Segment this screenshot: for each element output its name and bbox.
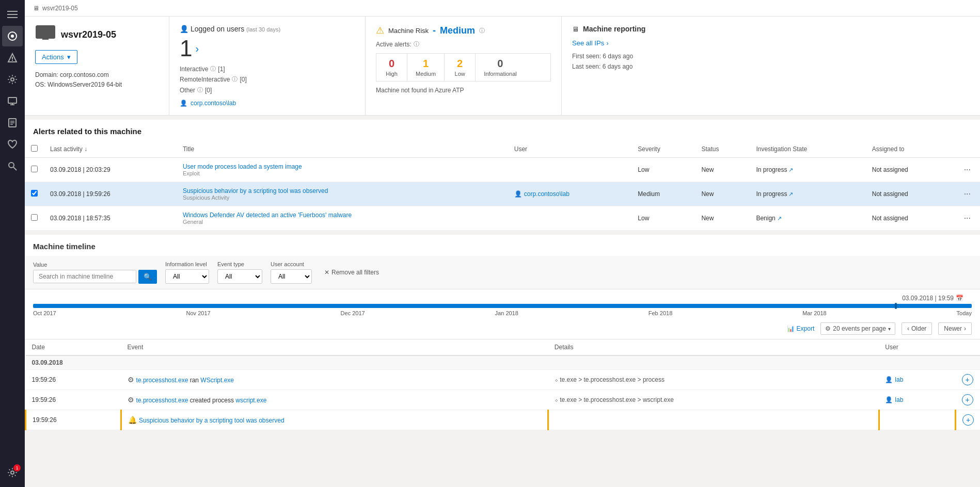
row-checkbox[interactable] — [31, 166, 38, 172]
cell-status: New — [695, 158, 750, 182]
risk-title: Machine Risk — [388, 27, 429, 35]
remove-filters-x-icon: ✕ — [324, 269, 329, 276]
export-label: Export — [797, 325, 815, 332]
list-item[interactable]: 19:59:26 ⚙te.processhost.exe ran WScript… — [26, 370, 981, 390]
sidebar-item-machines[interactable] — [2, 91, 23, 111]
cell-detail: ⬦ te.exe > te.processhost.exe > process — [548, 370, 879, 390]
process-icon: ⚙ — [128, 396, 134, 404]
see-all-ips-link[interactable]: See all IPs › — [572, 39, 970, 47]
machine-risk-card: ⚠ Machine Risk - Medium ⓘ Active alerts:… — [366, 17, 562, 115]
alert-user-link[interactable]: corp.contoso\lab — [524, 190, 570, 198]
cell-time: 19:59:26 — [26, 410, 121, 430]
sidebar-item-alerts[interactable] — [2, 47, 23, 68]
machine-reporting-card: 🖥 Machine reporting See all IPs › First … — [562, 17, 980, 115]
user-count: 1 — [180, 37, 192, 60]
cell-assigned-to: Not assigned — [866, 182, 955, 206]
add-event-button[interactable]: + — [962, 374, 973, 385]
sidebar-item-investigation[interactable] — [2, 156, 23, 176]
timeline-filters: Value 🔍 Information level All High Mediu… — [25, 256, 980, 289]
event-alert-link[interactable]: Suspicious behavior by a scripting tool … — [139, 417, 284, 424]
row-ellipsis-button[interactable]: ··· — [961, 188, 974, 200]
th-actions — [955, 141, 980, 158]
active-alerts-row: Active alerts: ⓘ — [376, 40, 551, 48]
sidebar-item-settings[interactable] — [2, 69, 23, 90]
search-button[interactable]: 🔍 — [138, 270, 157, 284]
reporting-screen-icon: 🖥 — [572, 25, 579, 33]
table-row[interactable]: 03.09.2018 | 20:03:29 User mode process … — [25, 158, 980, 182]
reporting-title: Machine reporting — [583, 25, 645, 33]
event-type-select[interactable]: All Process Network File — [217, 269, 262, 284]
first-seen: First seen: 6 days ago — [572, 51, 970, 61]
marker-jan2018: Jan 2018 — [495, 310, 518, 316]
row-ellipsis-button[interactable]: ··· — [961, 213, 974, 224]
cell-event: 🔔Suspicious behavior by a scripting tool… — [121, 410, 548, 430]
th-severity[interactable]: Severity — [631, 141, 695, 158]
row-checkbox[interactable] — [31, 214, 38, 221]
table-row[interactable]: 03.09.2018 | 19:59:26 Suspicious behavio… — [25, 182, 980, 206]
th-user[interactable]: User — [508, 141, 632, 158]
row-ellipsis-button[interactable]: ··· — [961, 164, 974, 175]
alert-title-link[interactable]: Suspicious behavior by a scripting tool … — [183, 187, 328, 194]
export-button[interactable]: 📊 Export — [787, 325, 815, 332]
svg-point-17 — [11, 471, 14, 474]
alert-title-link[interactable]: User mode process loaded a system image — [183, 163, 302, 170]
alert-counts: 0 High 1 Medium 2 Low 0 Informational — [376, 53, 551, 82]
add-event-button[interactable]: + — [962, 414, 974, 426]
event-process-link[interactable]: te.processhost.exe — [136, 377, 188, 384]
th-last-activity[interactable]: Last activity ↓ — [44, 141, 177, 158]
user-link[interactable]: corp.contoso\lab — [191, 100, 236, 107]
date-group-label: 03.09.2018 — [26, 355, 981, 370]
newer-button[interactable]: Newer › — [938, 322, 972, 335]
cell-title: User mode process loaded a system image … — [177, 158, 508, 182]
event-target-link[interactable]: WScript.exe — [200, 377, 234, 384]
user-link-row: 👤 corp.contoso\lab — [180, 100, 355, 107]
alert-category: Suspicious Activity — [183, 194, 502, 201]
event-process-link[interactable]: te.processhost.exe — [136, 397, 188, 404]
cell-assigned-to: Not assigned — [866, 158, 955, 182]
event-user-link[interactable]: 👤lab — [885, 376, 949, 383]
table-row[interactable]: 03.09.2018 | 18:57:35 Windows Defender A… — [25, 206, 980, 231]
alert-title-link[interactable]: Windows Defender AV detected an active '… — [183, 212, 352, 219]
machine-computer-icon — [35, 25, 56, 45]
sidebar-item-gear[interactable]: 1 — [2, 462, 23, 483]
older-chevron-icon: ‹ — [907, 325, 909, 332]
sidebar-item-health[interactable] — [2, 134, 23, 155]
select-all-checkbox[interactable] — [31, 145, 38, 152]
list-item[interactable]: 19:59:26 ⚙te.processhost.exe created pro… — [26, 390, 981, 410]
active-alerts-info-icon: ⓘ — [414, 40, 419, 48]
filter-info-level-label: Information level — [165, 261, 209, 267]
sidebar-item-home[interactable] — [2, 26, 23, 46]
cell-last-activity: 03.09.2018 | 19:59:26 — [44, 182, 177, 206]
info-level-select[interactable]: All High Medium Low — [165, 269, 209, 284]
marker-mar2018: Mar 2018 — [802, 310, 826, 316]
row-checkbox[interactable] — [31, 190, 38, 197]
sidebar-item-menu[interactable] — [2, 4, 23, 25]
events-per-page-button[interactable]: ⚙ 20 events per page ▾ — [820, 322, 895, 335]
search-input[interactable] — [33, 270, 136, 283]
remove-filters-button[interactable]: ✕ Remove all filters — [320, 266, 383, 279]
th-investigation-state[interactable]: Investigation State — [750, 141, 865, 158]
th-event: Event — [121, 339, 548, 355]
event-user-link[interactable]: 👤lab — [885, 396, 949, 403]
cell-severity: Medium — [631, 182, 695, 206]
newer-chevron-icon: › — [964, 325, 966, 332]
cell-add: + — [956, 410, 981, 430]
cell-event: ⚙te.processhost.exe ran WScript.exe — [121, 370, 548, 390]
list-item[interactable]: 19:59:26 🔔Suspicious behavior by a scrip… — [26, 410, 981, 430]
th-assigned-to[interactable]: Assigned to — [866, 141, 955, 158]
timeline-bar[interactable] — [33, 304, 972, 308]
th-status[interactable]: Status — [695, 141, 750, 158]
actions-button[interactable]: Actions ▾ — [35, 50, 77, 64]
cell-add: + — [956, 390, 981, 410]
event-target-link[interactable]: wscript.exe — [235, 397, 266, 404]
filter-event-type-group: Event type All Process Network File — [217, 261, 262, 284]
th-title[interactable]: Title — [177, 141, 508, 158]
sidebar-item-reports[interactable] — [2, 112, 23, 133]
machine-name: wsvr2019-05 — [61, 29, 116, 40]
calendar-icon[interactable]: 📅 — [956, 295, 963, 302]
add-event-button[interactable]: + — [962, 394, 973, 405]
older-button[interactable]: ‹ Older — [902, 322, 932, 335]
user-account-select[interactable]: All — [271, 269, 312, 284]
export-icon: 📊 — [787, 325, 795, 332]
user-count-arrow-icon[interactable]: › — [195, 43, 199, 55]
